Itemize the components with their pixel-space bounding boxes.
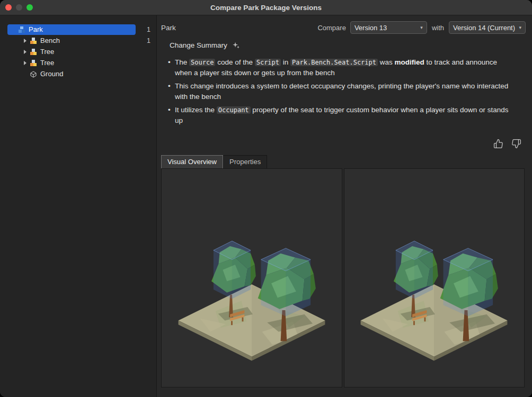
traffic-lights (5, 0, 33, 15)
version-13-preview (161, 168, 342, 387)
tree-item-label: Park (29, 25, 43, 33)
compare-versions-window: Compare Park Package Versions Park (0, 0, 532, 397)
change-summary-section: Change Summary The Source code of the Sc… (157, 39, 532, 149)
left-version-dropdown[interactable]: Version 13 ▾ (350, 21, 427, 34)
tab-visual-overview[interactable]: Visual Overview (161, 155, 223, 168)
tree-item-count: 1 (136, 37, 156, 44)
main-pane: Park Compare Version 13 ▾ with Version 1… (157, 15, 532, 397)
version-14-preview (344, 168, 525, 387)
package-tree-sidebar: Park 1 Bench 1 (0, 15, 157, 397)
chevron-right-icon[interactable] (21, 50, 29, 54)
model-icon (30, 59, 38, 67)
tree-item-bench[interactable]: Bench 1 (0, 35, 156, 46)
tree-item-tree-1[interactable]: Tree (0, 46, 156, 57)
close-button[interactable] (5, 4, 12, 11)
thumbs-up-icon[interactable] (493, 139, 503, 149)
summary-bullet: It utilizes the Occupant property of the… (168, 105, 515, 126)
package-name: Park (161, 24, 176, 32)
compare-tabs: Visual Overview Properties (161, 155, 532, 168)
visual-overview-panels (161, 168, 525, 387)
tree-item-park[interactable]: Park 1 (0, 24, 156, 35)
right-version-value: Version 14 (Current) (453, 24, 515, 32)
summary-bullet: The Source code of the Script in Park.Be… (168, 57, 515, 78)
right-version-dropdown[interactable]: Version 14 (Current) ▾ (449, 21, 526, 34)
part-icon (30, 70, 38, 78)
model-icon (30, 37, 38, 44)
tree-item-ground[interactable]: Ground (0, 68, 156, 79)
park-scene-right (351, 192, 517, 378)
compare-label: Compare (317, 24, 345, 32)
tree-item-label: Ground (40, 70, 63, 78)
summary-bullet: This change introduces a system to detec… (168, 81, 515, 102)
ai-sparkle-icon (232, 41, 241, 50)
model-icon (30, 48, 38, 56)
zoom-button[interactable] (26, 4, 33, 11)
thumbs-down-icon[interactable] (511, 139, 521, 149)
with-label: with (432, 24, 444, 32)
summary-feedback (161, 139, 521, 149)
titlebar[interactable]: Compare Park Package Versions (0, 0, 532, 15)
window-title: Compare Park Package Versions (210, 4, 322, 12)
package-icon (18, 25, 26, 33)
tab-properties[interactable]: Properties (223, 155, 267, 168)
tree-item-label: Tree (40, 48, 54, 56)
park-scene-left (169, 192, 334, 378)
tree-item-label: Tree (40, 59, 54, 67)
tree-item-label: Bench (40, 37, 60, 44)
chevron-right-icon[interactable] (21, 61, 29, 65)
summary-bullets: The Source code of the Script in Park.Be… (168, 57, 515, 126)
chevron-right-icon[interactable] (21, 39, 29, 43)
minimize-button[interactable] (16, 4, 22, 11)
compare-header: Park Compare Version 13 ▾ with Version 1… (157, 15, 532, 39)
tree-item-count: 1 (136, 26, 156, 33)
change-summary-title: Change Summary (170, 41, 227, 49)
tree-item-tree-2[interactable]: Tree (0, 57, 156, 68)
chevron-down-icon: ▾ (420, 25, 423, 30)
left-version-value: Version 13 (354, 24, 387, 32)
chevron-down-icon: ▾ (519, 25, 521, 30)
change-summary-header[interactable]: Change Summary (161, 41, 525, 50)
